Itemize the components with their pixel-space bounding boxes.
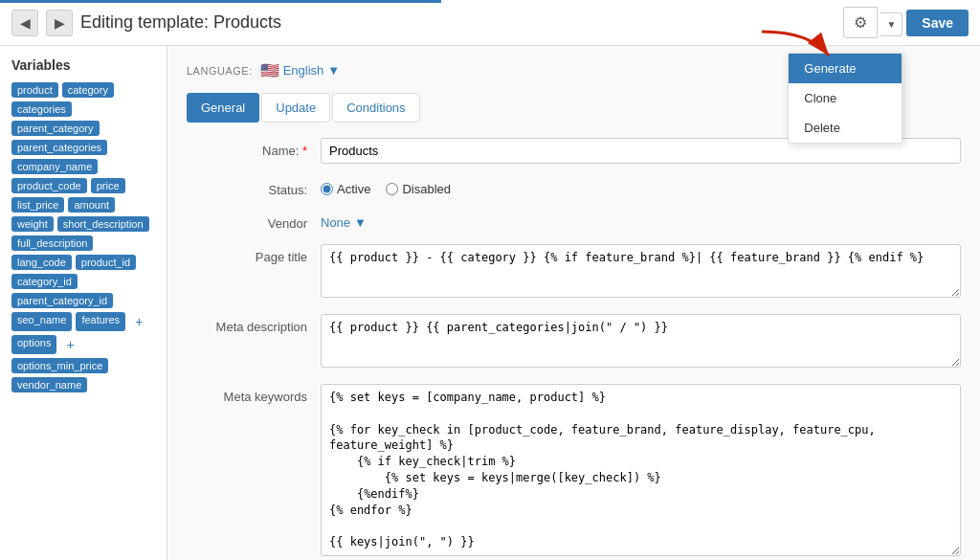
- tag-category[interactable]: category: [62, 82, 114, 98]
- flag-icon: 🇺🇸: [260, 61, 279, 79]
- status-active-label: Active: [337, 182, 370, 196]
- dropdown-generate[interactable]: Generate: [789, 54, 902, 83]
- tag-product-id[interactable]: product_id: [76, 255, 136, 270]
- tag-features-plus[interactable]: +: [129, 312, 148, 331]
- meta-desc-input[interactable]: {{ product }} {{ parent_categories|join(…: [321, 314, 961, 368]
- meta-desc-wrapper: {{ product }} {{ parent_categories|join(…: [321, 314, 961, 370]
- vendor-row: Vendor None ▼: [187, 211, 961, 231]
- topbar-right: ⚙ ▼ Generate Clone Delete Save: [843, 7, 969, 38]
- meta-keywords-input[interactable]: {% set keys = [company_name, product] %}…: [321, 384, 961, 556]
- tag-price[interactable]: price: [91, 178, 125, 193]
- meta-keywords-label: Meta keywords: [187, 384, 321, 404]
- tab-general[interactable]: General: [187, 93, 259, 123]
- back-button[interactable]: ◀: [11, 10, 38, 36]
- language-label: LANGUAGE:: [187, 65, 253, 77]
- tag-features[interactable]: features: [76, 312, 125, 331]
- dropdown-delete[interactable]: Delete: [789, 113, 902, 143]
- tag-parent-category[interactable]: parent_category: [11, 121, 100, 136]
- tag-weight[interactable]: weight: [11, 216, 54, 232]
- status-label: Status:: [187, 177, 321, 197]
- sidebar-title: Variables: [11, 57, 155, 73]
- tag-parent-category-id[interactable]: parent_category_id: [11, 293, 113, 308]
- meta-keywords-wrapper: {% set keys = [company_name, product] %}…: [321, 384, 961, 559]
- status-active-radio[interactable]: [321, 183, 333, 195]
- tag-options-min-price[interactable]: options_min_price: [11, 358, 108, 373]
- page-title: Editing template: Products: [80, 12, 281, 33]
- tag-options[interactable]: options: [11, 335, 56, 354]
- status-disabled-option[interactable]: Disabled: [386, 182, 451, 196]
- page-title-input[interactable]: {{ product }} - {{ category }} {% if fea…: [321, 244, 961, 298]
- name-label: Name: *: [187, 138, 321, 158]
- gear-dropdown-menu: Generate Clone Delete: [788, 53, 902, 144]
- tag-list: product category categories parent_categ…: [11, 82, 155, 392]
- chevron-down-icon: ▼: [327, 63, 340, 78]
- tag-amount[interactable]: amount: [68, 197, 115, 213]
- tab-update[interactable]: Update: [261, 93, 330, 123]
- vendor-value: None: [321, 215, 350, 230]
- gear-dropdown-container: ⚙ ▼ Generate Clone Delete: [843, 7, 903, 38]
- tag-vendor-name[interactable]: vendor_name: [11, 377, 87, 392]
- tab-conditions[interactable]: Conditions: [332, 93, 419, 123]
- tag-product[interactable]: product: [11, 82, 58, 98]
- required-indicator: *: [302, 144, 307, 158]
- status-active-option[interactable]: Active: [321, 182, 370, 196]
- status-disabled-label: Disabled: [402, 182, 451, 196]
- tag-options-plus[interactable]: +: [60, 335, 79, 354]
- tag-category-id[interactable]: category_id: [11, 274, 78, 289]
- page-title-row: Page title {{ product }} - {{ category }…: [187, 244, 961, 301]
- chevron-down-icon: ▼: [354, 215, 367, 230]
- tag-product-code[interactable]: product_code: [11, 178, 87, 193]
- page-title-wrapper: {{ product }} - {{ category }} {% if fea…: [321, 244, 961, 301]
- meta-desc-label: Meta description: [187, 314, 321, 334]
- tag-company-name[interactable]: company_name: [11, 159, 98, 174]
- gear-dropdown-arrow[interactable]: ▼: [880, 12, 902, 36]
- status-radio-group: Active Disabled: [321, 177, 451, 196]
- dropdown-clone[interactable]: Clone: [789, 83, 902, 113]
- language-value: English: [283, 63, 324, 78]
- vendor-selector[interactable]: None ▼: [321, 211, 367, 230]
- tag-full-description[interactable]: full_description: [11, 235, 93, 251]
- language-selector[interactable]: 🇺🇸 English ▼: [260, 61, 341, 79]
- topbar-left: ◀ ▶ Editing template: Products: [11, 10, 281, 36]
- gear-button[interactable]: ⚙: [843, 7, 878, 38]
- sidebar: Variables product category categories pa…: [0, 46, 167, 560]
- status-disabled-radio[interactable]: [386, 183, 398, 195]
- tag-short-description[interactable]: short_description: [57, 216, 149, 232]
- tag-seo-name[interactable]: seo_name: [11, 312, 72, 331]
- status-row: Status: Active Disabled: [187, 177, 961, 197]
- forward-button[interactable]: ▶: [46, 10, 73, 36]
- tag-parent-categories[interactable]: parent_categories: [11, 140, 107, 155]
- topbar: ◀ ▶ Editing template: Products ⚙ ▼ Gener…: [0, 0, 980, 46]
- page-title-label: Page title: [187, 244, 321, 264]
- save-button[interactable]: Save: [906, 10, 969, 36]
- meta-desc-row: Meta description {{ product }} {{ parent…: [187, 314, 961, 370]
- tag-lang-code[interactable]: lang_code: [11, 255, 72, 270]
- tag-list-price[interactable]: list_price: [11, 197, 64, 213]
- meta-keywords-row: Meta keywords {% set keys = [company_nam…: [187, 384, 961, 559]
- vendor-label: Vendor: [187, 211, 321, 231]
- tag-categories[interactable]: categories: [11, 101, 72, 117]
